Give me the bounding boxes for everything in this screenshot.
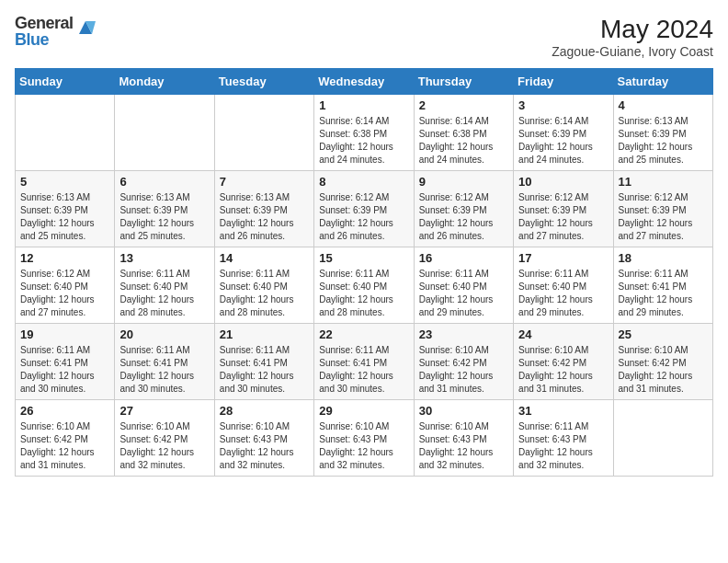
table-row: 2Sunrise: 6:14 AM Sunset: 6:38 PM Daylig… — [414, 95, 513, 171]
page-header: General Blue May 2024 Zagoue-Guiane, Ivo… — [15, 15, 713, 59]
table-row: 14Sunrise: 6:11 AM Sunset: 6:40 PM Dayli… — [214, 247, 313, 324]
day-number: 23 — [419, 327, 508, 341]
day-info: Sunrise: 6:10 AM Sunset: 6:43 PM Dayligh… — [319, 420, 408, 472]
table-row: 16Sunrise: 6:11 AM Sunset: 6:40 PM Dayli… — [414, 247, 513, 324]
table-row: 21Sunrise: 6:11 AM Sunset: 6:41 PM Dayli… — [214, 324, 313, 400]
table-row: 31Sunrise: 6:11 AM Sunset: 6:43 PM Dayli… — [514, 400, 613, 477]
table-row: 25Sunrise: 6:10 AM Sunset: 6:42 PM Dayli… — [613, 324, 712, 400]
table-row: 8Sunrise: 6:12 AM Sunset: 6:39 PM Daylig… — [314, 171, 414, 247]
day-number: 14 — [220, 251, 309, 265]
table-row: 5Sunrise: 6:13 AM Sunset: 6:39 PM Daylig… — [16, 171, 115, 247]
day-number: 16 — [419, 251, 508, 265]
day-number: 30 — [419, 404, 508, 418]
table-row: 7Sunrise: 6:13 AM Sunset: 6:39 PM Daylig… — [214, 171, 313, 247]
month-year-title: May 2024 — [552, 15, 713, 44]
table-row: 20Sunrise: 6:11 AM Sunset: 6:41 PM Dayli… — [115, 324, 214, 400]
logo-general: General — [15, 15, 74, 31]
day-number: 11 — [619, 175, 708, 189]
day-number: 4 — [619, 98, 708, 112]
day-info: Sunrise: 6:10 AM Sunset: 6:42 PM Dayligh… — [419, 344, 508, 396]
day-info: Sunrise: 6:10 AM Sunset: 6:42 PM Dayligh… — [518, 344, 608, 396]
day-number: 17 — [518, 251, 608, 265]
day-number: 26 — [20, 404, 109, 418]
table-row: 27Sunrise: 6:10 AM Sunset: 6:42 PM Dayli… — [115, 400, 214, 477]
col-thursday: Thursday — [414, 69, 513, 95]
day-info: Sunrise: 6:13 AM Sunset: 6:39 PM Dayligh… — [619, 115, 708, 167]
table-row: 26Sunrise: 6:10 AM Sunset: 6:42 PM Dayli… — [16, 400, 115, 477]
day-number: 25 — [619, 327, 708, 341]
calendar-week-row: 19Sunrise: 6:11 AM Sunset: 6:41 PM Dayli… — [16, 324, 713, 400]
day-info: Sunrise: 6:12 AM Sunset: 6:39 PM Dayligh… — [619, 191, 708, 243]
day-info: Sunrise: 6:10 AM Sunset: 6:43 PM Dayligh… — [220, 420, 309, 472]
day-info: Sunrise: 6:10 AM Sunset: 6:43 PM Dayligh… — [419, 420, 508, 472]
day-info: Sunrise: 6:12 AM Sunset: 6:39 PM Dayligh… — [419, 191, 508, 243]
table-row: 9Sunrise: 6:12 AM Sunset: 6:39 PM Daylig… — [414, 171, 513, 247]
col-sunday: Sunday — [16, 69, 115, 95]
table-row: 23Sunrise: 6:10 AM Sunset: 6:42 PM Dayli… — [414, 324, 513, 400]
day-info: Sunrise: 6:13 AM Sunset: 6:39 PM Dayligh… — [220, 191, 309, 243]
day-info: Sunrise: 6:14 AM Sunset: 6:39 PM Dayligh… — [518, 115, 608, 167]
table-row: 29Sunrise: 6:10 AM Sunset: 6:43 PM Dayli… — [314, 400, 414, 477]
table-row: 15Sunrise: 6:11 AM Sunset: 6:40 PM Dayli… — [314, 247, 414, 324]
table-row: 1Sunrise: 6:14 AM Sunset: 6:38 PM Daylig… — [314, 95, 414, 171]
day-info: Sunrise: 6:11 AM Sunset: 6:41 PM Dayligh… — [220, 344, 309, 396]
day-info: Sunrise: 6:10 AM Sunset: 6:42 PM Dayligh… — [619, 344, 708, 396]
day-number: 10 — [518, 175, 608, 189]
day-number: 1 — [319, 98, 408, 112]
logo-icon — [75, 17, 96, 38]
day-number: 21 — [220, 327, 309, 341]
table-row: 13Sunrise: 6:11 AM Sunset: 6:40 PM Dayli… — [115, 247, 214, 324]
table-row: 19Sunrise: 6:11 AM Sunset: 6:41 PM Dayli… — [16, 324, 115, 400]
logo: General Blue — [15, 15, 96, 48]
day-info: Sunrise: 6:11 AM Sunset: 6:41 PM Dayligh… — [319, 344, 408, 396]
day-info: Sunrise: 6:11 AM Sunset: 6:40 PM Dayligh… — [119, 268, 209, 319]
day-number: 29 — [319, 404, 408, 418]
day-info: Sunrise: 6:11 AM Sunset: 6:41 PM Dayligh… — [619, 268, 708, 319]
day-number: 8 — [319, 175, 408, 189]
day-info: Sunrise: 6:11 AM Sunset: 6:41 PM Dayligh… — [20, 344, 109, 396]
table-row — [115, 95, 214, 171]
col-monday: Monday — [115, 69, 214, 95]
table-row: 30Sunrise: 6:10 AM Sunset: 6:43 PM Dayli… — [414, 400, 513, 477]
table-row: 4Sunrise: 6:13 AM Sunset: 6:39 PM Daylig… — [613, 95, 712, 171]
day-number: 2 — [419, 98, 508, 112]
day-number: 9 — [419, 175, 508, 189]
day-number: 22 — [319, 327, 408, 341]
day-info: Sunrise: 6:12 AM Sunset: 6:40 PM Dayligh… — [20, 268, 109, 319]
col-saturday: Saturday — [613, 69, 712, 95]
day-number: 27 — [119, 404, 209, 418]
day-number: 18 — [619, 251, 708, 265]
table-row: 17Sunrise: 6:11 AM Sunset: 6:40 PM Dayli… — [514, 247, 613, 324]
table-row: 22Sunrise: 6:11 AM Sunset: 6:41 PM Dayli… — [314, 324, 414, 400]
logo-blue: Blue — [15, 31, 74, 48]
table-row: 12Sunrise: 6:12 AM Sunset: 6:40 PM Dayli… — [16, 247, 115, 324]
day-info: Sunrise: 6:10 AM Sunset: 6:42 PM Dayligh… — [20, 420, 109, 472]
day-number: 6 — [119, 175, 209, 189]
table-row: 11Sunrise: 6:12 AM Sunset: 6:39 PM Dayli… — [613, 171, 712, 247]
day-number: 13 — [119, 251, 209, 265]
day-number: 24 — [518, 327, 608, 341]
calendar-week-row: 5Sunrise: 6:13 AM Sunset: 6:39 PM Daylig… — [16, 171, 713, 247]
day-info: Sunrise: 6:11 AM Sunset: 6:40 PM Dayligh… — [220, 268, 309, 319]
day-info: Sunrise: 6:12 AM Sunset: 6:39 PM Dayligh… — [518, 191, 608, 243]
day-info: Sunrise: 6:14 AM Sunset: 6:38 PM Dayligh… — [419, 115, 508, 167]
table-row: 28Sunrise: 6:10 AM Sunset: 6:43 PM Dayli… — [214, 400, 313, 477]
calendar-table: Sunday Monday Tuesday Wednesday Thursday… — [15, 68, 713, 477]
table-row — [613, 400, 712, 477]
day-info: Sunrise: 6:11 AM Sunset: 6:40 PM Dayligh… — [518, 268, 608, 319]
table-row — [16, 95, 115, 171]
day-info: Sunrise: 6:11 AM Sunset: 6:41 PM Dayligh… — [119, 344, 209, 396]
day-number: 28 — [220, 404, 309, 418]
day-number: 31 — [518, 404, 608, 418]
table-row: 18Sunrise: 6:11 AM Sunset: 6:41 PM Dayli… — [613, 247, 712, 324]
day-number: 7 — [220, 175, 309, 189]
calendar-week-row: 12Sunrise: 6:12 AM Sunset: 6:40 PM Dayli… — [16, 247, 713, 324]
day-info: Sunrise: 6:12 AM Sunset: 6:39 PM Dayligh… — [319, 191, 408, 243]
day-info: Sunrise: 6:11 AM Sunset: 6:43 PM Dayligh… — [518, 420, 608, 472]
calendar-week-row: 26Sunrise: 6:10 AM Sunset: 6:42 PM Dayli… — [16, 400, 713, 477]
table-row: 10Sunrise: 6:12 AM Sunset: 6:39 PM Dayli… — [514, 171, 613, 247]
day-number: 12 — [20, 251, 109, 265]
table-row: 24Sunrise: 6:10 AM Sunset: 6:42 PM Dayli… — [514, 324, 613, 400]
col-tuesday: Tuesday — [214, 69, 313, 95]
day-number: 15 — [319, 251, 408, 265]
